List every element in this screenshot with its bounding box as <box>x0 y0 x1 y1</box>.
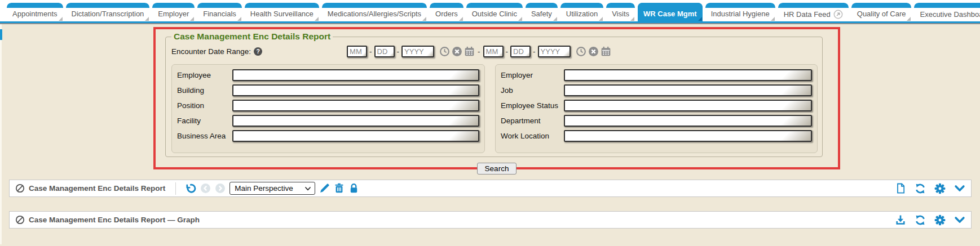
tab-executive-dashboard[interactable]: Executive Dashboard <box>914 3 980 23</box>
employee-status-input[interactable] <box>564 100 812 111</box>
filter-fields-row: Employee Building Position Facility Busi… <box>171 64 818 153</box>
tab-dictation-transcription[interactable]: Dictation/Transcription <box>66 3 150 21</box>
start-day-input[interactable] <box>374 46 395 57</box>
end-date-icons <box>576 46 611 57</box>
date-range-row: Encounter Date Range: ? - - - <box>171 44 818 58</box>
corner-fold-icon <box>59 17 63 21</box>
department-input[interactable] <box>564 115 812 127</box>
tab-quality-of-care[interactable]: Quality of Care <box>851 3 912 21</box>
tab-health-surveillance[interactable]: Health Surveillance <box>245 3 319 21</box>
job-label: Job <box>501 86 564 95</box>
tab-safety[interactable]: Safety <box>526 3 558 21</box>
date-range-end: - - <box>483 46 611 57</box>
scroll-indicator <box>0 29 2 40</box>
corner-fold-icon <box>553 17 557 21</box>
collapse-chevron-icon[interactable] <box>954 214 965 226</box>
position-row: Position <box>177 100 479 111</box>
start-month-input[interactable] <box>347 46 367 57</box>
previous-icon[interactable] <box>200 183 211 194</box>
corner-fold-icon <box>698 17 702 21</box>
facility-row: Facility <box>177 115 479 127</box>
employee-status-label: Employee Status <box>501 101 564 110</box>
job-input[interactable] <box>564 84 812 96</box>
tab-outside-clinic[interactable]: Outside Clinic <box>466 3 523 21</box>
search-button[interactable]: Search <box>477 163 517 175</box>
perspective-select[interactable]: Main Perspective <box>229 182 315 195</box>
building-input[interactable] <box>232 84 479 96</box>
tab-label: WR Case Mgmt <box>643 10 697 18</box>
tab-industrial-hygiene[interactable]: Industrial Hygiene <box>705 3 775 21</box>
tab-orders[interactable]: Orders <box>430 3 463 21</box>
tab-label: Outside Clinic <box>472 10 517 18</box>
refresh-icon[interactable] <box>915 183 926 194</box>
tab-wr-case-mgmt[interactable]: WR Case Mgmt <box>638 3 703 21</box>
start-year-input[interactable] <box>401 46 434 57</box>
date-range-label: Encounter Date Range: <box>171 47 251 56</box>
tab-utilization[interactable]: Utilization <box>560 3 603 21</box>
business-area-label: Business Area <box>177 132 232 141</box>
employee-status-row: Employee Status <box>501 100 812 111</box>
tab-label: Dictation/Transcription <box>72 10 144 18</box>
employer-row: Employer <box>501 69 812 81</box>
tab-medications-allergies-scripts[interactable]: Medications/Allergies/Scripts <box>322 3 427 21</box>
position-input[interactable] <box>232 100 479 111</box>
calendar-icon[interactable] <box>601 46 611 57</box>
gear-icon[interactable] <box>934 183 946 194</box>
next-icon[interactable] <box>215 183 226 194</box>
tab-label: Utilization <box>566 10 598 18</box>
corner-fold-icon <box>459 17 463 21</box>
employer-input[interactable] <box>564 69 812 81</box>
employee-input[interactable] <box>232 69 479 81</box>
business-area-input[interactable] <box>232 130 479 142</box>
end-month-input[interactable] <box>483 46 504 57</box>
report-panel-actions <box>895 183 965 194</box>
building-row: Building <box>177 84 479 96</box>
clock-icon[interactable] <box>576 46 586 57</box>
end-year-input[interactable] <box>538 46 571 57</box>
search-row: Search <box>156 163 838 175</box>
clear-date-icon[interactable] <box>452 46 462 57</box>
work-location-label: Work Location <box>501 132 564 141</box>
trash-icon[interactable] <box>334 183 345 194</box>
graph-panel-title: Case Management Enc Details Report — Gra… <box>29 216 200 224</box>
tab-label: Medications/Allergies/Scripts <box>328 10 421 18</box>
tab-visits[interactable]: Visits <box>606 3 635 21</box>
gear-icon[interactable] <box>934 214 946 226</box>
clear-date-icon[interactable] <box>588 46 599 57</box>
facility-input[interactable] <box>232 115 479 127</box>
undo-icon[interactable] <box>185 183 196 194</box>
download-icon[interactable] <box>895 214 906 226</box>
date-range-start: - - <box>347 46 475 57</box>
tab-label: HR Data Feed <box>784 10 831 19</box>
refresh-icon[interactable] <box>915 214 926 226</box>
tab-financials[interactable]: Financials <box>197 3 242 21</box>
date-separator: - <box>505 47 509 56</box>
tab-label: Industrial Hygiene <box>711 10 770 18</box>
document-icon[interactable] <box>895 183 906 194</box>
work-location-row: Work Location <box>501 130 812 142</box>
tab-employer[interactable]: Employer <box>152 3 195 21</box>
corner-fold-icon <box>907 17 911 21</box>
edit-pencil-icon[interactable] <box>319 183 330 194</box>
help-icon[interactable]: ? <box>254 47 262 56</box>
date-separator: - <box>532 47 536 56</box>
employee-label: Employee <box>177 71 232 80</box>
date-separator: - <box>396 47 400 56</box>
tab-label: Appointments <box>12 10 58 18</box>
slash-circle-icon <box>15 215 25 225</box>
end-day-input[interactable] <box>510 46 531 57</box>
lock-icon[interactable] <box>348 183 359 194</box>
corner-fold-icon <box>145 17 149 21</box>
tab-hr-data-feed[interactable]: HR Data Feed <box>778 3 849 23</box>
tab-label: Orders <box>435 10 458 18</box>
clock-icon[interactable] <box>439 46 450 57</box>
content-area: Case Management Enc Details Report Encou… <box>0 24 980 244</box>
calendar-icon[interactable] <box>464 46 475 57</box>
employer-label: Employer <box>501 71 564 80</box>
corner-fold-icon <box>237 17 241 21</box>
work-location-input[interactable] <box>564 130 812 142</box>
tab-label: Quality of Care <box>857 10 906 18</box>
tab-appointments[interactable]: Appointments <box>7 3 63 21</box>
chevron-down-icon <box>304 185 311 192</box>
collapse-chevron-icon[interactable] <box>954 183 965 194</box>
